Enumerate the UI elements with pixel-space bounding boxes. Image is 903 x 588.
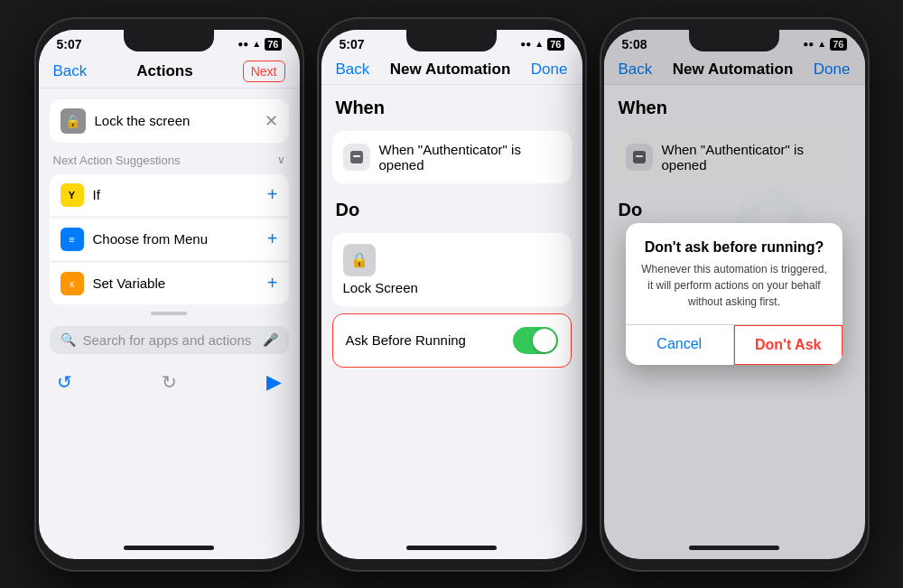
- add-if-button[interactable]: +: [267, 184, 278, 205]
- search-placeholder-1: Search for apps and actions: [83, 332, 256, 348]
- home-indicator-2: [406, 546, 497, 550]
- dialog-confirm-button[interactable]: Don't Ask: [734, 325, 843, 365]
- status-icons-1: ●● ▲ 76: [237, 38, 281, 51]
- svg-rect-1: [353, 155, 360, 157]
- action-label-1: Lock the screen: [95, 113, 265, 128]
- do-title-2: Do: [336, 200, 360, 219]
- variable-icon: x: [61, 272, 84, 295]
- time-2: 5:07: [340, 37, 365, 51]
- nav-bar-1: Back Actions Next: [39, 55, 300, 89]
- phone-1: 5:07 ●● ▲ 76 Back Actions Next 🔒 Lock th…: [36, 19, 303, 570]
- redo-icon[interactable]: ↻: [162, 371, 177, 393]
- suggestions-list: Y If + ≡ Choose from Menu + x Set Variab…: [39, 174, 300, 304]
- dialog-cancel-button[interactable]: Cancel: [626, 325, 734, 365]
- lock-screen-icon-2: 🔒: [343, 244, 376, 276]
- dialog-overlay: Don't ask before running? Whenever this …: [604, 30, 865, 559]
- phone-2: 5:07 ●● ▲ 76 Back New Automation Done Wh…: [319, 19, 585, 570]
- dialog-message: Whenever this automation is triggered, i…: [626, 261, 842, 324]
- search-icon-1: 🔍: [61, 332, 76, 347]
- toggle-row-2[interactable]: Ask Before Running: [332, 313, 572, 368]
- notch-2: [406, 30, 497, 51]
- suggestions-chevron-icon[interactable]: ∨: [277, 154, 285, 166]
- suggestion-if-label: If: [93, 187, 267, 202]
- authenticator-icon: [343, 144, 370, 171]
- undo-icon[interactable]: ↺: [57, 371, 72, 393]
- notch-1: [124, 30, 214, 51]
- add-variable-button[interactable]: +: [267, 273, 278, 294]
- suggestion-variable[interactable]: x Set Variable +: [50, 262, 289, 304]
- add-menu-button[interactable]: +: [267, 229, 278, 249]
- suggestion-if[interactable]: Y If +: [50, 174, 289, 216]
- bottom-toolbar-1: ↺ ↻ ▶: [39, 365, 300, 399]
- time-1: 5:07: [57, 37, 82, 51]
- menu-icon: ≡: [61, 228, 84, 251]
- done-button-2[interactable]: Done: [531, 61, 568, 79]
- toggle-label-2: Ask Before Running: [346, 332, 466, 348]
- suggestion-variable-label: Set Variable: [93, 275, 267, 291]
- notch-3: [689, 30, 779, 51]
- nav-title-2: New Automation: [390, 61, 510, 79]
- back-button-1[interactable]: Back: [53, 62, 88, 80]
- nav-bar-2: Back New Automation Done: [321, 55, 582, 85]
- do-row-label-2: Lock Screen: [343, 280, 561, 295]
- phone-3: 5:08 ●● ▲ 76 Back New Automation Done Wh…: [601, 19, 868, 570]
- toggle-switch-2[interactable]: [513, 327, 558, 354]
- suggestions-header: Next Action Suggestions ∨: [39, 143, 300, 173]
- when-row-2[interactable]: When "Authenticator" is opened: [332, 131, 572, 183]
- screen-2: 5:07 ●● ▲ 76 Back New Automation Done Wh…: [321, 30, 582, 559]
- suggestions-title: Next Action Suggestions: [53, 154, 181, 167]
- screen-3: 5:08 ●● ▲ 76 Back New Automation Done Wh…: [604, 30, 865, 559]
- dialog-buttons: Cancel Don't Ask: [626, 324, 842, 365]
- toggle-thumb-2: [533, 329, 556, 352]
- do-section-2: Do: [321, 191, 582, 226]
- search-bar-1[interactable]: 🔍 Search for apps and actions 🎤: [50, 326, 289, 354]
- remove-action-button[interactable]: ✕: [265, 111, 278, 131]
- status-icons-2: ●● ▲ 76: [520, 38, 563, 51]
- suggestion-menu[interactable]: ≡ Choose from Menu +: [50, 218, 289, 260]
- screen-1: 5:07 ●● ▲ 76 Back Actions Next 🔒 Lock th…: [39, 30, 300, 559]
- when-row-text-2: When "Authenticator" is opened: [379, 142, 561, 173]
- action-row-1: 🔒 Lock the screen ✕: [50, 99, 289, 143]
- scroll-handle-1: [151, 312, 187, 315]
- back-button-2[interactable]: Back: [336, 61, 370, 79]
- suggestion-menu-label: Choose from Menu: [93, 231, 267, 247]
- if-icon: Y: [61, 183, 84, 207]
- when-section-2: When: [321, 85, 582, 124]
- mic-icon-1[interactable]: 🎤: [263, 332, 278, 347]
- dialog-title: Don't ask before running?: [626, 223, 842, 261]
- do-row-2[interactable]: 🔒 Lock Screen: [332, 233, 572, 306]
- nav-title-1: Actions: [136, 62, 192, 80]
- play-icon[interactable]: ▶: [266, 370, 282, 394]
- dialog-box: Don't ask before running? Whenever this …: [626, 223, 842, 365]
- when-title-2: When: [336, 98, 385, 117]
- lock-icon: 🔒: [61, 108, 86, 134]
- next-button-1[interactable]: Next: [243, 61, 285, 82]
- home-indicator-1: [124, 546, 214, 550]
- home-indicator-3: [689, 546, 779, 550]
